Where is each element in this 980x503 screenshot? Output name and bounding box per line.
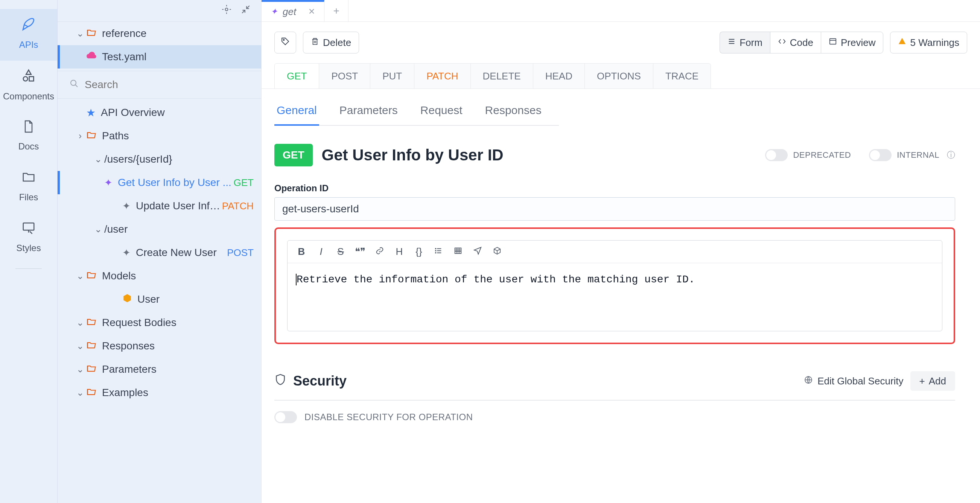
rail-docs[interactable]: Docs xyxy=(0,112,57,162)
collapse-icon[interactable] xyxy=(241,5,251,17)
deprecated-label: DEPRECATED xyxy=(793,150,851,160)
editor-tab-get[interactable]: ✦ get ✕ xyxy=(262,0,325,21)
folder-icon xyxy=(21,170,36,188)
strike-icon[interactable]: S xyxy=(335,246,346,258)
http-tab-patch[interactable]: PATCH xyxy=(414,64,471,89)
add-security-button[interactable]: + Add xyxy=(910,371,955,391)
tree-models[interactable]: ⌄ Models xyxy=(57,264,261,288)
svg-point-0 xyxy=(23,77,28,81)
edit-global-security[interactable]: Edit Global Security xyxy=(804,376,903,387)
nav-rail: APIs Components Docs Files Styles xyxy=(0,0,57,503)
tree-reference[interactable]: ⌄ reference xyxy=(57,22,261,45)
tree-parameters[interactable]: ⌄ Parameters xyxy=(57,358,261,381)
rail-components[interactable]: Components xyxy=(0,60,57,112)
description-textarea[interactable]: Retrieve the information of the user wit… xyxy=(288,263,942,331)
tree-op-get-user[interactable]: ✦ Get User Info by User ... GET xyxy=(57,171,261,194)
tree-request-bodies[interactable]: ⌄ Request Bodies xyxy=(57,311,261,334)
cube-icon[interactable] xyxy=(492,246,503,258)
bold-icon[interactable]: B xyxy=(296,246,307,258)
operation-id-input[interactable] xyxy=(274,197,955,221)
sub-tab-responses[interactable]: Responses xyxy=(483,104,544,126)
quote-icon[interactable]: ❝❞ xyxy=(355,246,366,258)
http-tab-head[interactable]: HEAD xyxy=(533,64,585,89)
main: ✦ get ✕ + Delete xyxy=(261,0,980,503)
description-text: Retrieve the information of the user wit… xyxy=(296,274,695,285)
sidebar-search[interactable] xyxy=(57,71,261,99)
description-highlight: B I S ❝❞ H {} xyxy=(274,228,955,344)
rail-styles[interactable]: Styles xyxy=(0,213,57,264)
send-icon[interactable] xyxy=(472,246,483,258)
http-tab-delete[interactable]: DELETE xyxy=(471,64,533,89)
method-tag-patch: PATCH xyxy=(222,200,254,212)
warnings-button[interactable]: 5 Warnings xyxy=(890,32,967,54)
disable-security-label: DISABLE SECURITY FOR OPERATION xyxy=(304,412,473,422)
folder-open-icon xyxy=(86,269,97,283)
tag-icon xyxy=(281,37,290,48)
italic-icon[interactable]: I xyxy=(315,246,327,258)
folder-open-icon xyxy=(86,340,97,353)
form-label: Form xyxy=(740,37,762,49)
target-icon[interactable] xyxy=(221,4,232,18)
rail-apis[interactable]: APIs xyxy=(0,9,57,60)
tree-request-bodies-label: Request Bodies xyxy=(102,317,261,329)
tree-path-users-userid[interactable]: ⌄ /users/{userId} xyxy=(57,148,261,171)
tree-responses[interactable]: ⌄ Responses xyxy=(57,334,261,358)
tree-file-test-yaml[interactable]: Test.yaml xyxy=(57,45,261,68)
sub-tab-request[interactable]: Request xyxy=(418,104,465,126)
sub-tab-parameters[interactable]: Parameters xyxy=(337,104,400,126)
link-icon[interactable] xyxy=(374,246,385,258)
close-icon[interactable]: ✕ xyxy=(308,7,315,17)
internal-toggle[interactable] xyxy=(869,149,892,161)
bullet-list-icon[interactable] xyxy=(433,246,444,258)
braces-icon[interactable]: {} xyxy=(413,246,425,258)
rail-styles-label: Styles xyxy=(16,243,41,253)
method-tag-post: POST xyxy=(227,247,254,259)
http-tab-trace[interactable]: TRACE xyxy=(653,64,711,89)
form-view-button[interactable]: Form xyxy=(719,32,770,54)
heading-icon[interactable]: H xyxy=(394,246,405,258)
tree-op-create-user[interactable]: ✦ Create New User POST xyxy=(57,241,261,264)
add-tab-button[interactable]: + xyxy=(325,0,348,21)
rail-files[interactable]: Files xyxy=(0,162,57,213)
sidebar-tree: ⌄ reference Test.yaml xyxy=(57,22,261,503)
table-icon[interactable] xyxy=(452,246,464,258)
chevron-down-icon: ⌄ xyxy=(74,28,86,39)
tree-path-user[interactable]: ⌄ /user xyxy=(57,218,261,241)
sub-tab-general[interactable]: General xyxy=(274,104,319,126)
content: General Parameters Request Responses GET… xyxy=(262,89,980,503)
http-tab-post[interactable]: POST xyxy=(319,64,370,89)
tag-button[interactable] xyxy=(274,32,296,54)
code-view-button[interactable]: Code xyxy=(770,32,821,54)
preview-view-button[interactable]: Preview xyxy=(821,32,883,54)
http-tab-get[interactable]: GET xyxy=(275,64,319,89)
tree-examples[interactable]: ⌄ Examples xyxy=(57,381,261,404)
tree-api-overview[interactable]: ★ API Overview xyxy=(57,101,261,124)
http-tab-put[interactable]: PUT xyxy=(370,64,414,89)
warning-icon xyxy=(898,37,906,48)
http-tab-options[interactable]: OPTIONS xyxy=(585,64,653,89)
operation-icon: ✦ xyxy=(123,247,130,259)
editor-toolbar: B I S ❝❞ H {} xyxy=(288,240,942,263)
search-input[interactable] xyxy=(85,79,261,91)
tree-op-update-user[interactable]: ✦ Update User Inform... PATCH xyxy=(57,194,261,218)
disable-security-row: DISABLE SECURITY FOR OPERATION xyxy=(274,411,955,423)
rail-files-label: Files xyxy=(19,192,38,202)
editor-tab-label: get xyxy=(283,6,296,18)
operation-title[interactable]: Get User Info by User ID xyxy=(322,146,748,164)
deprecated-toggle[interactable] xyxy=(765,149,788,161)
operation-id-field: Operation ID xyxy=(274,183,955,221)
delete-button[interactable]: Delete xyxy=(303,32,359,54)
list-icon xyxy=(727,37,736,48)
info-icon[interactable]: ⓘ xyxy=(947,150,955,161)
tree-model-user[interactable]: User xyxy=(57,288,261,311)
editor-tabs: ✦ get ✕ + xyxy=(262,0,980,22)
warnings-label: 5 Warnings xyxy=(910,37,959,49)
star-icon: ★ xyxy=(86,107,95,119)
svg-rect-6 xyxy=(830,39,836,45)
disable-security-toggle[interactable] xyxy=(274,411,297,423)
tree-paths[interactable]: › Paths xyxy=(57,124,261,148)
svg-rect-2 xyxy=(23,223,34,230)
search-icon xyxy=(70,79,79,91)
cube-icon xyxy=(123,293,132,306)
edit-global-security-label: Edit Global Security xyxy=(818,376,903,387)
